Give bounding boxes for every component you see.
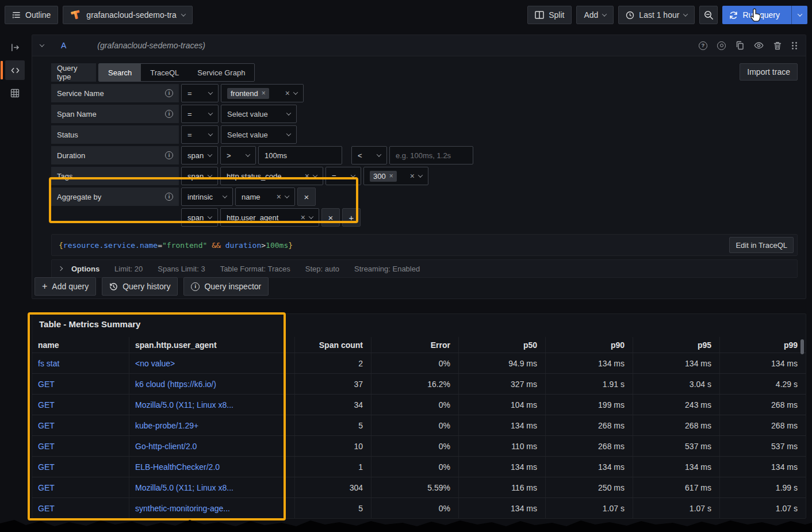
import-trace-button[interactable]: Import trace [740, 63, 798, 81]
traceql-preview-bar: {resource.service.name="frontend" && dur… [51, 234, 798, 256]
option-summary-item: Table Format: Traces [220, 265, 290, 273]
service-name-operator-select[interactable]: = [181, 84, 219, 102]
table-value-cell: 5 [294, 415, 371, 435]
table-link-cell[interactable]: ELB-HealthChecker/2.0 [129, 457, 294, 477]
table-link-cell[interactable]: kube-probe/1.29+ [129, 415, 294, 435]
table-link-cell[interactable]: GET [32, 436, 129, 456]
help-icon[interactable]: ? [699, 41, 707, 50]
left-rail [0, 30, 30, 532]
span-name-value-select[interactable]: Select value [221, 105, 297, 123]
time-range-picker[interactable]: Last 1 hour [618, 6, 695, 24]
span-name-operator-select[interactable]: = [181, 105, 219, 123]
clear-icon[interactable]: × [305, 172, 309, 180]
table-value-cell: 134 ms [458, 498, 545, 518]
column-header[interactable]: p50 [458, 337, 545, 353]
tab-search[interactable]: Search [99, 64, 141, 81]
table-link-cell[interactable]: Mozilla/5.0 (X11; Linux x8... [129, 395, 294, 415]
status-operator-select[interactable]: = [181, 125, 219, 144]
table-link-cell[interactable]: Mozilla/5.0 (X11; Linux x8... [129, 477, 294, 497]
datasource-picker[interactable]: grafanacloud-sedemo-tra [63, 6, 193, 24]
service-name-value-select[interactable]: frontend × × [221, 84, 304, 102]
rail-code-view-button[interactable] [5, 60, 25, 80]
trash-icon[interactable] [773, 41, 782, 50]
info-circle-icon: i [191, 282, 200, 291]
clear-icon[interactable]: × [410, 172, 415, 180]
tags-row: Tags span http.status_code × = [51, 167, 798, 185]
tags-value-select[interactable]: 300 × × [363, 167, 428, 185]
remove-aggregate-button[interactable]: × [297, 187, 316, 206]
column-header[interactable]: Span count [294, 337, 371, 353]
add-aggregate-button[interactable]: + [342, 208, 361, 227]
aggregate-attribute-select[interactable]: http.user_agent × [220, 208, 319, 227]
aggregate-attribute-select[interactable]: name × [235, 187, 295, 206]
info-icon[interactable]: i [165, 193, 173, 201]
tags-operator-select[interactable]: = [325, 167, 361, 185]
options-row[interactable]: Options Limit: 20Spans Limit: 3Table For… [51, 259, 798, 278]
aggregate-scope-select[interactable]: span [181, 208, 218, 227]
duration-lt-operator-select[interactable]: < [351, 146, 387, 164]
clear-icon[interactable]: × [285, 89, 290, 97]
collapse-chevron-icon[interactable] [40, 42, 44, 47]
column-header[interactable]: p90 [545, 337, 633, 353]
run-query-dropdown[interactable] [791, 6, 807, 24]
table-link-cell[interactable]: GET [32, 415, 129, 435]
query-history-button[interactable]: Query history [102, 277, 178, 296]
table-link-cell[interactable]: k6 cloud (https://k6.io/) [129, 374, 294, 394]
concentric-circle-icon[interactable] [717, 41, 726, 50]
column-header[interactable]: span.http.user_agent [129, 337, 294, 353]
column-header[interactable]: p95 [633, 337, 719, 353]
info-icon[interactable]: i [165, 151, 173, 159]
aggregate-scope-select[interactable]: intrinsic [181, 187, 233, 206]
status-value-select[interactable]: Select value [221, 125, 297, 144]
split-icon [535, 11, 544, 19]
table-value-cell: 268 ms [545, 415, 633, 435]
remove-aggregate-button[interactable]: × [321, 208, 340, 227]
table-link-cell[interactable]: <no value> [129, 353, 294, 373]
edit-in-traceql-button[interactable]: Edit in TraceQL [729, 237, 794, 253]
tags-key-select[interactable]: http.status_code × [220, 167, 323, 185]
outline-icon [12, 11, 21, 19]
eye-icon[interactable] [754, 41, 764, 49]
table-link-cell[interactable]: fs stat [32, 353, 129, 373]
tab-traceql[interactable]: TraceQL [141, 64, 188, 81]
table-link-cell[interactable]: GET [32, 395, 129, 415]
copy-query-icon[interactable] [736, 41, 744, 50]
table-link-cell[interactable]: GET [32, 498, 129, 518]
run-query-button[interactable]: Run query [722, 6, 807, 24]
table-link-cell[interactable]: synthetic-monitoring-age... [129, 498, 294, 518]
query-inspector-button[interactable]: i Query inspector [183, 277, 269, 296]
add-query-button[interactable]: + Add query [35, 277, 96, 296]
remove-chip-icon[interactable]: × [389, 173, 393, 179]
rail-toggle-pane-button[interactable] [5, 37, 25, 57]
tags-scope-select[interactable]: span [181, 167, 218, 185]
table-value-cell: 327 ms [458, 374, 545, 394]
outline-button[interactable]: Outline [5, 6, 58, 24]
add-button[interactable]: Add [576, 6, 614, 24]
status-label: Status [51, 125, 179, 144]
table-link-cell[interactable]: Go-http-client/2.0 [129, 436, 294, 456]
table-link-cell[interactable]: GET [32, 457, 129, 477]
column-header[interactable]: p99 [719, 337, 806, 353]
table-link-cell[interactable]: GET [32, 374, 129, 394]
info-icon[interactable]: i [165, 89, 173, 97]
zoom-out-button[interactable] [699, 6, 718, 24]
table-link-cell[interactable]: GET [32, 477, 129, 497]
info-icon[interactable]: i [165, 110, 173, 118]
drag-handle-icon[interactable] [791, 41, 798, 50]
duration-gt-operator-select[interactable]: > [220, 146, 256, 164]
duration-gt-input[interactable] [265, 151, 336, 160]
clear-icon[interactable]: × [277, 193, 281, 201]
tab-service-graph[interactable]: Service Graph [188, 64, 254, 81]
split-button[interactable]: Split [527, 6, 572, 24]
column-header[interactable]: Error [371, 337, 458, 353]
remove-chip-icon[interactable]: × [262, 90, 266, 97]
column-header[interactable]: name [32, 337, 129, 353]
scrollbar-thumb[interactable] [800, 339, 804, 354]
duration-scope-select[interactable]: span [181, 146, 218, 164]
clear-icon[interactable]: × [301, 213, 305, 221]
rail-table-view-button[interactable] [5, 83, 25, 103]
chevron-right-icon [58, 266, 63, 271]
table-value-cell: 2 [294, 353, 371, 373]
duration-lt-input[interactable] [396, 151, 467, 160]
table-value-cell: 3.04 s [633, 374, 719, 394]
